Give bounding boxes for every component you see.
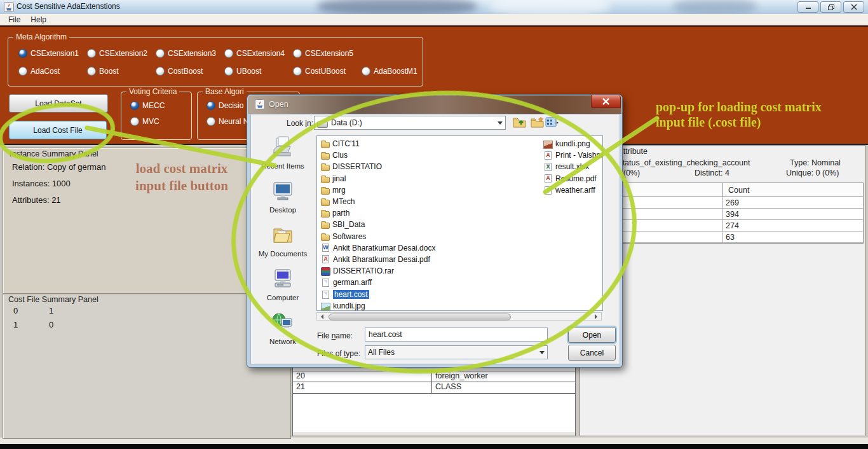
close-button[interactable] (843, 1, 864, 13)
label-column-header (615, 183, 723, 197)
dialog-close-button[interactable] (591, 95, 621, 108)
place-my-documents[interactable]: My Documents (254, 223, 312, 258)
file-item[interactable]: CITC'11 (318, 138, 435, 149)
file-name: kundli.png (555, 139, 590, 148)
file-item[interactable]: mrg (318, 184, 435, 196)
file-item[interactable]: weather.arff (541, 184, 602, 196)
file-item[interactable]: DISSERTATIO.rar (318, 265, 435, 277)
file-item[interactable]: AResume.pdf (541, 173, 602, 184)
maximize-button[interactable] (820, 1, 841, 13)
file-item[interactable]: APrint - Vaishnav M (541, 149, 602, 161)
radio-icon (18, 67, 27, 76)
radio-option-csextension1[interactable]: CSExtension1 (18, 49, 87, 58)
file-item[interactable]: parth (318, 207, 435, 219)
file-item[interactable]: WAnkit Bharatkumar Desai.docx (318, 242, 435, 254)
menu-file[interactable]: File (4, 15, 25, 24)
radio-selected-icon (130, 101, 139, 110)
file-name-input[interactable]: heart.cost (365, 328, 548, 342)
count-row[interactable]: 269 (615, 197, 863, 209)
count-row[interactable]: 394 (615, 209, 863, 220)
label-cell (615, 220, 723, 231)
cost-matrix-row: 01 (13, 306, 59, 320)
place-network[interactable]: Network (254, 311, 312, 345)
radio-selected-icon (18, 49, 27, 58)
radio-option-mvc[interactable]: MVC (130, 117, 165, 126)
meta-algorithm-row: CSExtension1CSExtension2CSExtension3CSEx… (18, 49, 362, 58)
place-label: Desktop (254, 206, 312, 214)
radio-selected-icon (207, 101, 215, 110)
file-item[interactable]: DISSERTATIO (318, 161, 435, 172)
place-computer[interactable]: Computer (254, 267, 312, 301)
place-desktop[interactable]: Desktop (254, 179, 312, 214)
file-name: Resume.pdf (555, 174, 597, 183)
base-algorithm-title: Base Algori (203, 87, 247, 96)
file-item[interactable]: heart.cost (318, 288, 435, 300)
file-list-column-1: CITC'11ClusDISSERTATIOjinalmrgMTechparth… (318, 138, 435, 311)
load-dataset-button[interactable]: Load DataSet (9, 94, 108, 113)
radio-option-csextension5[interactable]: CSExtension5 (293, 49, 362, 58)
file-item[interactable]: kundli.jpg (318, 300, 435, 311)
folder-icon (321, 165, 330, 171)
file-item[interactable]: SBI_Data (318, 219, 435, 230)
attribute-table-row[interactable]: 21CLASS (293, 382, 575, 394)
radio-option-adacost[interactable]: AdaCost (18, 67, 87, 76)
radio-label: CSExtension2 (99, 49, 147, 58)
file-item[interactable]: Clus (318, 149, 435, 161)
open-button[interactable]: Open (568, 327, 616, 343)
menu-help[interactable]: Help (26, 15, 51, 24)
attributes-panel-footer (293, 432, 575, 436)
cancel-button[interactable]: Cancel (568, 345, 616, 361)
load-cost-file-button[interactable]: Load Cost File (9, 121, 107, 139)
radio-option-csextension4[interactable]: CSExtension4 (224, 49, 293, 58)
file-item[interactable]: jinal (318, 173, 435, 184)
cost-matrix-row: 10 (13, 320, 59, 334)
open-dialog: Open Look in: Data (D:) Recent ItemsDesk… (247, 94, 623, 368)
word-file-icon: W (321, 243, 330, 252)
instance-summary-title: Instance Summary Panel (10, 149, 98, 158)
scroll-right-icon[interactable] (595, 314, 600, 319)
up-one-level-icon[interactable] (512, 116, 527, 129)
file-name: result.xlsx (555, 162, 589, 171)
file-name: Ankit Bharatkumar Desai.docx (333, 244, 435, 252)
radio-icon (87, 49, 96, 58)
file-name: german.arff (333, 278, 372, 287)
file-list-hscrollbar[interactable] (316, 312, 602, 321)
count-row[interactable]: 63 (615, 231, 863, 243)
places-sidebar: Recent ItemsDesktopMy DocumentsComputerN… (254, 95, 313, 364)
scrollbar-thumb[interactable] (329, 314, 511, 321)
radio-option-boost[interactable]: Boost (87, 67, 156, 76)
radio-option-csextension3[interactable]: CSExtension3 (156, 49, 224, 58)
file-item[interactable]: MTech (318, 196, 435, 207)
views-icon[interactable] (545, 116, 560, 129)
radio-option-costuboost[interactable]: CostUBoost (293, 67, 362, 76)
scroll-left-icon[interactable] (318, 314, 323, 319)
count-row[interactable]: 274 (615, 220, 863, 231)
file-list-column-2: kundli.pngAPrint - Vaishnav MXresult.xls… (541, 138, 602, 196)
file-item[interactable]: Softwares (318, 231, 435, 242)
radio-label: CSExtension4 (236, 49, 285, 58)
minimize-button[interactable] (797, 1, 818, 13)
place-recent-items[interactable]: Recent Items (254, 135, 312, 170)
file-item[interactable]: AAnkit Bharatkumar Desai.pdf (318, 254, 435, 265)
file-name: Print - Vaishnav M (555, 151, 602, 160)
computer-icon (254, 267, 312, 293)
window-controls (797, 1, 864, 13)
radio-option-costboost[interactable]: CostBoost (156, 67, 224, 76)
files-of-type-combobox[interactable]: All Files (365, 345, 548, 359)
file-item[interactable]: kundli.png (541, 138, 602, 149)
radio-option-mecc[interactable]: MECC (130, 101, 165, 110)
radio-option-uboost[interactable]: UBoost (224, 67, 293, 76)
look-in-combobox[interactable]: Data (D:) (314, 116, 506, 130)
attribute-table-row[interactable]: 20foreign_worker (293, 371, 575, 382)
file-item[interactable]: german.arff (318, 277, 435, 288)
radio-label: CostBoost (168, 67, 203, 76)
file-name: CITC'11 (332, 139, 360, 148)
label-cell (615, 197, 723, 208)
file-item[interactable]: Xresult.xlsx (541, 161, 602, 172)
page-file-icon (322, 291, 329, 299)
place-label: Network (254, 338, 312, 345)
radio-option-csextension2[interactable]: CSExtension2 (87, 49, 156, 58)
create-new-folder-icon[interactable] (529, 116, 545, 129)
file-name: DISSERTATIO.rar (333, 266, 394, 275)
radio-option-adaboostm1[interactable]: AdaBoostM1 (362, 67, 430, 76)
